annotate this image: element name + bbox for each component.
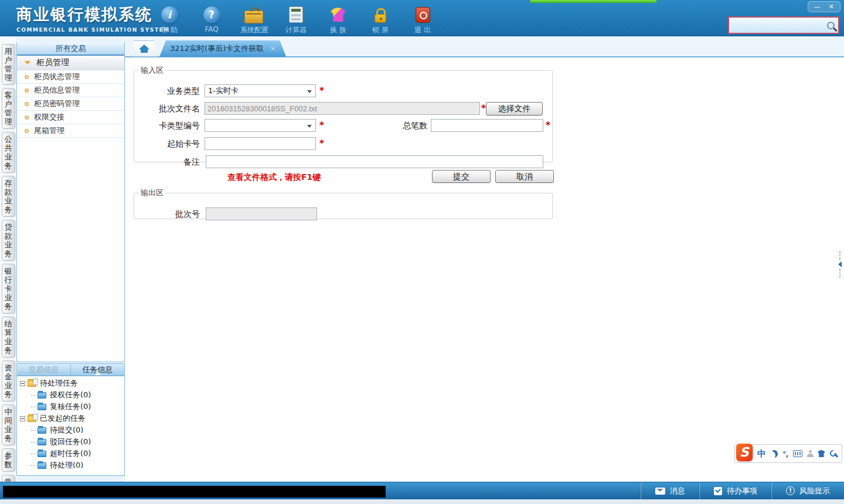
module-tab-loan[interactable]: 贷款业务 bbox=[2, 220, 15, 261]
input-section-title: 输入区 bbox=[139, 65, 165, 76]
nav-group-teller-management[interactable]: 柜员管理 bbox=[17, 56, 124, 70]
choose-file-button[interactable]: 选择文件 bbox=[486, 102, 543, 115]
bullet-icon bbox=[25, 102, 29, 106]
change-skin-button[interactable]: 换 肤 bbox=[325, 5, 352, 35]
card-type-select[interactable] bbox=[205, 119, 316, 132]
ime-toolbar: S 中 °, bbox=[734, 444, 842, 463]
folder-icon bbox=[38, 451, 46, 457]
tree-node-review-tasks[interactable]: 复核任务(0) bbox=[17, 401, 124, 413]
bullet-icon bbox=[25, 75, 29, 79]
collapse-minus-icon[interactable] bbox=[20, 381, 25, 386]
faq-button[interactable]: ? FAQ bbox=[198, 5, 225, 35]
panel-collapse-handle[interactable] bbox=[836, 251, 843, 278]
bottom-edge-strip bbox=[0, 499, 844, 504]
transaction-nav-panel: 所有交易 柜员管理 柜员状态管理 柜员信息管理 柜员密码管理 权限交接 尾箱管理 bbox=[16, 42, 125, 362]
faq-icon: ? bbox=[203, 6, 220, 23]
folder-icon bbox=[28, 380, 36, 387]
card-type-label: 卡类型编号 bbox=[134, 119, 200, 132]
drag-dots bbox=[839, 251, 840, 260]
module-tab-deposit[interactable]: 存款业务 bbox=[2, 176, 15, 217]
ime-language-toggle[interactable]: 中 bbox=[757, 448, 766, 459]
module-tab-funds[interactable]: 资金业务 bbox=[2, 360, 15, 401]
search-icon[interactable] bbox=[827, 22, 835, 29]
nav-item-teller-status[interactable]: 柜员状态管理 bbox=[17, 70, 124, 84]
account-icon[interactable] bbox=[807, 450, 813, 457]
home-tab[interactable] bbox=[130, 40, 158, 57]
soft-keyboard-icon[interactable] bbox=[793, 450, 802, 457]
tree-node-initiated-tasks[interactable]: 已发起的任务 bbox=[17, 413, 124, 424]
toolbox-icon bbox=[244, 11, 263, 23]
status-bar: 消息 待办事项 ! 风险提示 bbox=[0, 482, 844, 499]
power-icon bbox=[416, 7, 430, 23]
remark-input[interactable] bbox=[206, 155, 543, 168]
tree-node-pending-tasks[interactable]: 待处理任务 bbox=[17, 377, 124, 389]
todo-button[interactable]: 待办事项 bbox=[699, 482, 771, 499]
module-tab-customers[interactable]: 客户管理 bbox=[2, 88, 15, 129]
total-count-input[interactable] bbox=[431, 119, 543, 132]
module-tab-settlement[interactable]: 结算业务 bbox=[2, 316, 15, 357]
ime-settings-icon[interactable] bbox=[830, 450, 837, 458]
module-tab-users[interactable]: 用户管理 bbox=[2, 44, 15, 85]
minimize-button[interactable]: — bbox=[814, 2, 821, 11]
app-logo: 商业银行模拟系统 COMMERCIAL BANK SIMULATION SYST… bbox=[16, 4, 170, 33]
module-tab-intermediate[interactable]: 中间业务 bbox=[2, 404, 15, 445]
tree-node-to-process[interactable]: 待处理(0) bbox=[17, 459, 124, 471]
messages-button[interactable]: 消息 bbox=[641, 482, 699, 499]
batch-no-label: 批次号 bbox=[134, 207, 200, 220]
total-count-label: 总笔数 bbox=[362, 119, 427, 132]
header-bar: 商业银行模拟系统 COMMERCIAL BANK SIMULATION SYST… bbox=[0, 0, 844, 36]
status-bar-items: 消息 待办事项 ! 风险提示 bbox=[641, 482, 844, 499]
risk-alert-button[interactable]: ! 风险提示 bbox=[771, 482, 844, 499]
progress-strip bbox=[530, 0, 656, 3]
punctuation-toggle[interactable]: °, bbox=[782, 449, 788, 458]
tree-connector bbox=[31, 407, 36, 407]
batch-file-input[interactable] bbox=[205, 102, 480, 115]
required-mark: * bbox=[319, 84, 324, 97]
module-tab-parameters[interactable]: 参数 bbox=[2, 448, 15, 472]
biz-type-select[interactable]: 1-实时卡 bbox=[205, 84, 316, 97]
batch-no-output[interactable] bbox=[206, 207, 317, 220]
lock-screen-button[interactable]: 锁 屏 bbox=[367, 5, 394, 35]
alert-icon: ! bbox=[786, 486, 795, 495]
moon-icon[interactable] bbox=[771, 450, 778, 458]
sogou-logo-icon[interactable]: S bbox=[736, 444, 753, 461]
module-tab-public[interactable]: 公共业务 bbox=[2, 132, 15, 173]
search-box bbox=[728, 16, 839, 34]
calculator-button[interactable]: 计算器 bbox=[283, 5, 309, 35]
active-document-tab[interactable]: 3212实时(事后)卡文件获取 × bbox=[159, 40, 286, 57]
tree-node-timeout-tasks[interactable]: 超时任务(0) bbox=[17, 448, 124, 459]
tab-task-info[interactable]: 任务信息 bbox=[70, 364, 124, 375]
tree-connector bbox=[31, 454, 36, 454]
nav-item-cashbox[interactable]: 尾箱管理 bbox=[17, 124, 124, 138]
tab-close-icon[interactable]: × bbox=[270, 45, 275, 53]
submit-button[interactable]: 提交 bbox=[432, 170, 491, 183]
bullet-icon bbox=[25, 88, 29, 93]
mail-icon bbox=[655, 488, 665, 495]
header-toolbar: i 帮 助 ? FAQ 系统配置 计算器 换 肤 锁 屏 bbox=[156, 5, 436, 35]
cancel-button[interactable]: 取消 bbox=[495, 170, 554, 183]
folder-icon bbox=[38, 462, 46, 469]
tree-node-auth-tasks[interactable]: 授权任务(0) bbox=[17, 389, 124, 401]
help-button[interactable]: i 帮 助 bbox=[156, 5, 183, 35]
required-mark: * bbox=[319, 137, 324, 150]
system-config-button[interactable]: 系统配置 bbox=[240, 5, 267, 35]
nav-item-teller-info[interactable]: 柜员信息管理 bbox=[17, 84, 124, 97]
app-subtitle: COMMERCIAL BANK SIMULATION SYSTEM bbox=[16, 27, 170, 33]
close-button[interactable]: ✕ bbox=[829, 2, 834, 11]
exit-button[interactable]: 退 出 bbox=[409, 5, 436, 35]
folder-icon bbox=[38, 439, 46, 445]
output-section-title: 输出区 bbox=[139, 188, 165, 198]
collapse-minus-icon[interactable] bbox=[20, 416, 25, 421]
start-card-input[interactable] bbox=[205, 137, 316, 150]
tree-node-rejected-tasks[interactable]: 驳回任务(0) bbox=[17, 436, 124, 448]
collapse-triangle-icon bbox=[25, 61, 30, 64]
nav-panel-title: 所有交易 bbox=[17, 42, 124, 56]
tree-node-to-submit[interactable]: 待提交(0) bbox=[17, 424, 124, 436]
ime-skin-icon[interactable] bbox=[818, 450, 825, 457]
tab-transaction-info[interactable]: 交易信息 bbox=[17, 364, 70, 375]
nav-item-permission-handover[interactable]: 权限交接 bbox=[17, 111, 124, 124]
shirt-icon bbox=[331, 8, 346, 22]
nav-item-teller-password[interactable]: 柜员密码管理 bbox=[17, 97, 124, 111]
module-tab-bankcard[interactable]: 银行卡业务 bbox=[2, 264, 15, 314]
search-input[interactable] bbox=[733, 21, 827, 30]
